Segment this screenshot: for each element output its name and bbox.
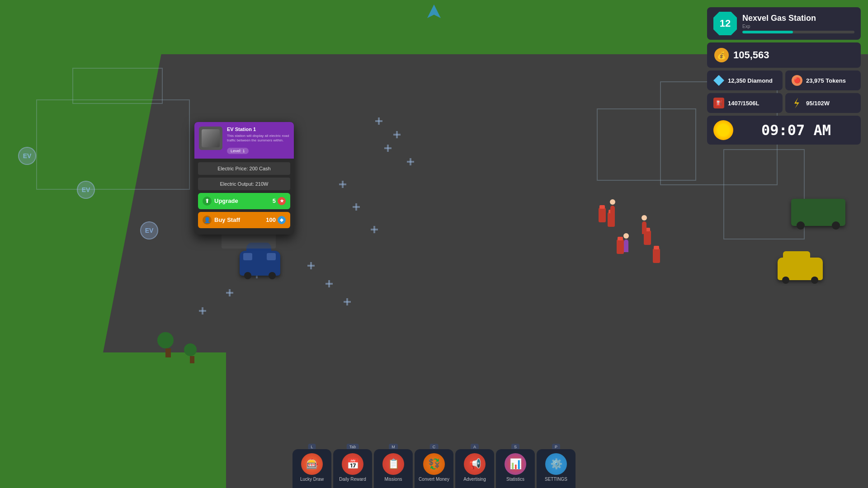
hud-panel: 12 Nexvel Gas Station Exp 💰 105,563 12,3…: [707, 7, 861, 145]
hud-time-row: 09:07 AM: [707, 116, 861, 145]
road-cross-8: [307, 262, 315, 269]
cash-icon: 💰: [714, 48, 729, 62]
hud-station-name: Nexvel Gas Station: [742, 14, 854, 23]
hud-time: 09:07 AM: [738, 122, 854, 139]
hud-resources-row: 12,350 Diamond 🔴 23,975 Tokens: [707, 70, 861, 90]
toolbar: L🎰Lucky DrawTab📅Daily RewardM📋MissionsC💱…: [292, 449, 576, 488]
hud-exp-fill: [742, 31, 793, 33]
upgrade-cost-icon: ★: [278, 197, 286, 205]
buy-staff-button[interactable]: 👤 Buy Staff 100 ◆: [198, 212, 290, 228]
popup-title: EV Station 1: [227, 127, 289, 132]
hud-exp-label: Exp: [742, 24, 854, 29]
road-outline-1: [36, 99, 190, 190]
popup-info: EV Station 1 This station will display a…: [227, 127, 289, 154]
hud-fuel: ⛽ 1407/1506L: [707, 93, 783, 113]
upgrade-cost: 5 ★: [273, 197, 286, 205]
road-cross-9: [326, 280, 333, 287]
hud-title-bar: 12 Nexvel Gas Station Exp: [707, 7, 861, 40]
toolbar-btn-daily-reward[interactable]: 📅Daily Reward: [333, 449, 372, 488]
road-cross-12: [226, 289, 233, 296]
toolbar-label-convert-money: Convert Money: [419, 477, 449, 482]
road-cross-6: [353, 203, 360, 211]
grass-bottom-left: [0, 352, 226, 488]
hud-fuel-row: ⛽ 1407/1506L 95/102W: [707, 93, 861, 113]
hud-cash-row: 💰 105,563: [707, 42, 861, 68]
toolbar-label-statistics: Statistics: [506, 477, 524, 482]
hud-diamond-label: 12,350 Diamond: [728, 77, 773, 84]
gas-pump-4: [617, 239, 624, 254]
toolbar-item-lucky-draw[interactable]: L🎰Lucky Draw: [292, 449, 331, 488]
toolbar-item-settings[interactable]: P⚙️SETTINGS: [537, 449, 576, 488]
road-outline-5: [723, 149, 805, 239]
popup-description: This station will display all electric r…: [227, 134, 289, 143]
toolbar-icon-convert-money: 💱: [423, 453, 445, 475]
electric-price-stat: Electric Price: 200 Cash: [198, 162, 290, 175]
toolbar-icon-statistics: 📊: [505, 453, 526, 475]
toolbar-label-daily-reward: Daily Reward: [339, 477, 366, 482]
hud-cash-amount: 105,563: [733, 49, 769, 61]
gas-pump-5: [653, 249, 660, 263]
toolbar-icon-daily-reward: 📅: [342, 453, 363, 475]
hud-power: 95/102W: [785, 93, 861, 113]
ev-icon-1: EV: [18, 147, 36, 165]
electric-output-stat: Electric Output: 210W: [198, 178, 290, 190]
toolbar-label-lucky-draw: Lucky Draw: [300, 477, 324, 482]
toolbar-btn-convert-money[interactable]: 💱Convert Money: [415, 449, 453, 488]
hud-fuel-label: 1407/1506L: [728, 100, 759, 107]
upgrade-icon: ⬆: [203, 197, 212, 206]
road-cross-13: [199, 307, 206, 314]
toolbar-btn-advertising[interactable]: 📢Advertising: [455, 449, 494, 488]
staff-figure-1: [610, 206, 615, 218]
buy-staff-cost-icon: ◆: [278, 216, 286, 224]
tree-1: [163, 332, 174, 357]
toolbar-item-missions[interactable]: M📋Missions: [374, 449, 413, 488]
hud-level-badge: 12: [713, 12, 737, 35]
token-icon: 🔴: [792, 75, 802, 86]
toolbar-item-advertising[interactable]: A📢Advertising: [455, 449, 494, 488]
toolbar-btn-settings[interactable]: ⚙️SETTINGS: [537, 449, 576, 488]
toolbar-item-convert-money[interactable]: C💱Convert Money: [415, 449, 453, 488]
staff-figure-3: [624, 239, 628, 252]
road-cross-1: [375, 117, 382, 125]
ev-icon-3: EV: [140, 221, 158, 239]
hud-tokens-label: 23,975 Tokens: [806, 77, 846, 84]
toolbar-label-advertising: Advertising: [463, 477, 486, 482]
road-cross-5: [339, 181, 346, 188]
station-popup: EV Station 1 This station will display a…: [194, 122, 294, 235]
sun-icon: [713, 120, 733, 140]
toolbar-icon-settings: ⚙️: [545, 453, 567, 475]
upgrade-btn-label: ⬆ Upgrade: [203, 197, 238, 206]
toolbar-item-statistics[interactable]: S📊Statistics: [496, 449, 535, 488]
staff-figure-2: [642, 221, 646, 234]
popup-thumbnail: [199, 127, 222, 150]
toolbar-item-daily-reward[interactable]: Tab📅Daily Reward: [333, 449, 372, 488]
road-cross-3: [384, 145, 392, 152]
power-icon: [792, 98, 802, 108]
toolbar-label-settings: SETTINGS: [545, 477, 567, 482]
hud-power-label: 95/102W: [806, 100, 830, 107]
toolbar-btn-missions[interactable]: 📋Missions: [374, 449, 413, 488]
hud-station-info: Nexvel Gas Station Exp: [742, 14, 854, 33]
diamond-icon: [713, 75, 724, 86]
toolbar-btn-lucky-draw[interactable]: 🎰Lucky Draw: [292, 449, 331, 488]
toolbar-icon-missions: 📋: [382, 453, 404, 475]
toolbar-icon-advertising: 📢: [464, 453, 486, 475]
popup-body: Electric Price: 200 Cash Electric Output…: [194, 159, 294, 235]
popup-level: Level: 1: [227, 148, 249, 154]
toolbar-icon-lucky-draw: 🎰: [301, 453, 323, 475]
road-cross-7: [371, 226, 378, 233]
buy-staff-btn-label: 👤 Buy Staff: [203, 216, 240, 225]
buy-staff-cost: 100 ◆: [266, 216, 286, 224]
toolbar-label-missions: Missions: [385, 477, 402, 482]
upgrade-button[interactable]: ⬆ Upgrade 5 ★: [198, 193, 290, 209]
tree-2: [188, 343, 197, 363]
road-cross-10: [344, 298, 351, 305]
car-yellow: [778, 258, 823, 280]
gas-pump-1: [599, 208, 606, 222]
road-cross-4: [407, 158, 414, 165]
hud-exp-bar: [742, 31, 854, 33]
car-green-truck: [791, 199, 845, 226]
toolbar-btn-statistics[interactable]: 📊Statistics: [496, 449, 535, 488]
popup-header: EV Station 1 This station will display a…: [194, 122, 294, 159]
road-outline-2: [72, 68, 163, 104]
